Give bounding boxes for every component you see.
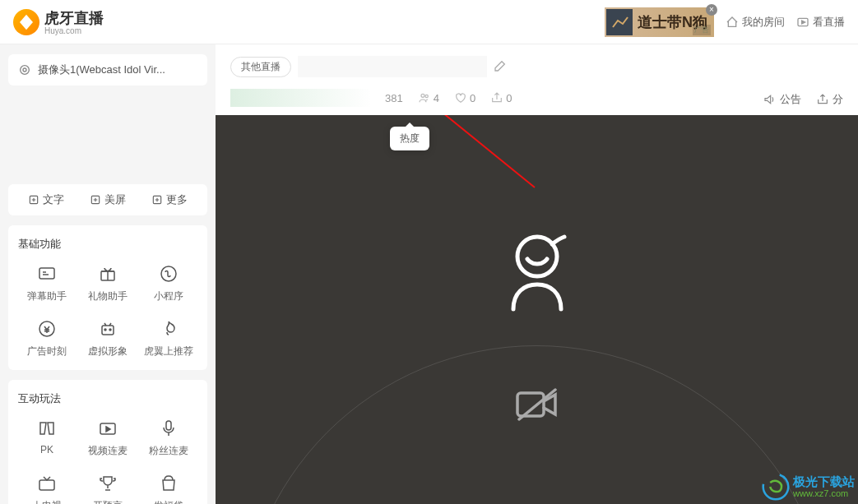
my-room-label: 我的房间: [742, 15, 785, 30]
more-tool-label: 更多: [166, 192, 188, 207]
svg-rect-16: [39, 480, 54, 490]
svg-point-2: [21, 66, 30, 75]
svg-rect-15: [166, 421, 171, 430]
tool-row: 文字 美屏 更多: [8, 184, 207, 215]
svg-point-3: [23, 68, 26, 72]
viewers-stat[interactable]: 4: [418, 91, 439, 104]
fire-icon: [158, 318, 179, 340]
interact-panel: 互动玩法 PK 视频连麦 粉丝连麦 上电视: [8, 380, 207, 504]
virtual-avatar-button[interactable]: 虚拟形象: [79, 318, 137, 358]
logo-text: 虎牙直播: [44, 8, 104, 28]
svg-line-19: [429, 115, 535, 187]
svg-rect-11: [102, 326, 114, 335]
plus-icon: [28, 194, 39, 206]
miniapp-button[interactable]: 小程序: [140, 263, 197, 303]
sidebar: 摄像头1(Webcast Idol Vir... 文字 美屏 更多 基础功能: [0, 44, 216, 504]
watermark-logo-icon: [762, 473, 790, 501]
huya-logo-icon: [13, 9, 39, 35]
avatar-placeholder-icon: [500, 230, 574, 315]
ad-image: [606, 9, 633, 35]
basic-panel-title: 基础功能: [18, 237, 197, 252]
heart-icon: [454, 91, 467, 104]
watermark: 极光下载站 www.xz7.com: [762, 473, 855, 501]
logo[interactable]: 虎牙直播 Huya.com: [13, 8, 104, 35]
top-header: 虎牙直播 Huya.com 道士带N狗 广告 × 我的房间 看直播: [0, 0, 858, 44]
basic-panel: 基础功能 弹幕助手 礼物助手 小程序 广告时刻: [8, 225, 207, 370]
close-icon[interactable]: ×: [706, 4, 717, 16]
text-tool-label: 文字: [43, 192, 64, 207]
trophy-icon: [97, 473, 118, 494]
watch-live-link[interactable]: 看直播: [796, 15, 845, 30]
other-live-tab[interactable]: 其他直播: [230, 57, 291, 77]
users-icon: [418, 91, 431, 104]
svg-rect-7: [39, 268, 54, 279]
my-room-link[interactable]: 我的房间: [726, 15, 785, 30]
more-tool-button[interactable]: 更多: [151, 192, 188, 207]
announce-button[interactable]: 公告: [763, 92, 801, 107]
huyi-recommend-button[interactable]: 虎翼上推荐: [140, 318, 197, 358]
plus-icon: [151, 194, 163, 206]
video-stage: 热度: [216, 115, 858, 504]
robot-icon: [97, 318, 118, 340]
edit-icon[interactable]: [494, 59, 507, 75]
beauty-tool-button[interactable]: 美屏: [90, 192, 126, 207]
text-tool-button[interactable]: 文字: [28, 192, 64, 207]
gift-icon: [97, 263, 118, 284]
svg-point-18: [425, 95, 428, 97]
likes-stat[interactable]: 0: [454, 91, 475, 104]
chat-icon: [36, 263, 58, 284]
video-link-button[interactable]: 视频连麦: [79, 418, 137, 458]
beauty-tool-label: 美屏: [104, 192, 126, 207]
camera-label: 摄像头1(Webcast Idol Vir...: [38, 62, 197, 77]
watermark-en: www.xz7.com: [793, 488, 855, 498]
camera-select[interactable]: 摄像头1(Webcast Idol Vir...: [8, 54, 207, 86]
header-right: 道士带N狗 广告 × 我的房间 看直播: [605, 7, 845, 37]
share-out-icon: [816, 93, 829, 106]
interact-panel-title: 互动玩法: [18, 391, 197, 406]
lucky-bag-button[interactable]: 发福袋: [140, 473, 197, 504]
tv-icon: [36, 473, 58, 494]
svg-point-17: [421, 94, 424, 97]
redacted-title: [298, 56, 487, 77]
svg-point-9: [161, 266, 176, 281]
ad-label: 广告: [693, 25, 711, 35]
plus-icon: [90, 194, 101, 206]
money-icon: [36, 318, 58, 340]
camera-off-icon: [514, 386, 560, 425]
bag-icon: [158, 473, 179, 494]
pk-button[interactable]: PK: [18, 418, 76, 458]
share-icon: [490, 91, 503, 104]
ad-moment-button[interactable]: 广告时刻: [18, 318, 76, 358]
tv-button[interactable]: 上电视: [18, 473, 76, 504]
mic-icon: [158, 418, 179, 439]
app-icon: [158, 263, 179, 284]
prediction-button[interactable]: 开预言: [79, 473, 137, 504]
shares-stat[interactable]: 0: [490, 91, 512, 104]
annotation-arrow: [420, 115, 551, 196]
ad-banner[interactable]: 道士带N狗 广告 ×: [605, 7, 714, 37]
heat-tooltip: 热度: [390, 127, 429, 150]
stream-header: 其他直播 381 4 0: [216, 44, 858, 115]
fan-link-button[interactable]: 粉丝连麦: [140, 418, 197, 458]
gift-helper-button[interactable]: 礼物助手: [79, 263, 137, 303]
main-content: 其他直播 381 4 0: [216, 44, 858, 504]
camera-icon: [18, 63, 31, 76]
pk-icon: [36, 418, 58, 439]
video-icon: [97, 418, 118, 439]
svg-rect-21: [517, 393, 544, 416]
svg-point-13: [109, 329, 111, 331]
heat-stat[interactable]: 381: [385, 92, 403, 104]
share-button[interactable]: 分: [816, 92, 843, 107]
watermark-cn: 极光下载站: [793, 475, 855, 489]
svg-point-23: [763, 474, 789, 500]
danmu-helper-button[interactable]: 弹幕助手: [18, 263, 76, 303]
watch-live-label: 看直播: [813, 15, 845, 30]
redacted-streamer: [230, 89, 370, 107]
svg-point-12: [104, 329, 106, 331]
horn-icon: [763, 93, 777, 106]
